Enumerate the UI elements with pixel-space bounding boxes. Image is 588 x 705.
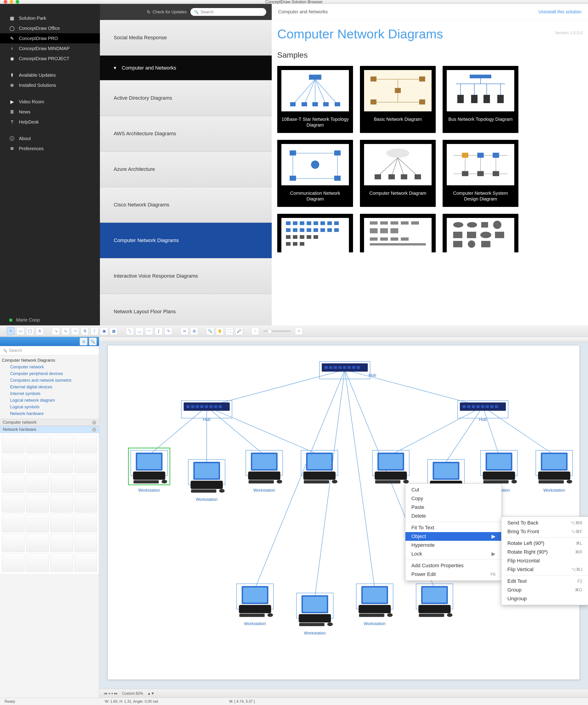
close-window-button[interactable] (4, 0, 7, 4)
page[interactable]: Hub Hub Hub Workstation Workstation (107, 345, 580, 680)
stencil[interactable] (2, 494, 25, 513)
stencil[interactable] (75, 554, 97, 572)
ctx-power-edit[interactable]: Power EditF6 (405, 570, 501, 579)
stencil[interactable] (50, 514, 73, 532)
tree-item[interactable]: Network hardware (0, 410, 99, 417)
zoom-window-button[interactable] (16, 0, 19, 4)
library-search-button[interactable]: 🔍 (89, 338, 97, 345)
sample-card[interactable]: Basic Network Diagram (360, 66, 436, 133)
tree-item[interactable]: Computer peripheral devices (0, 370, 99, 377)
ctx-object[interactable]: Object▶ (405, 532, 501, 541)
library-section-header[interactable]: Computer network× (0, 419, 99, 426)
line-tool-button[interactable]: ╲ (126, 327, 134, 335)
stencil[interactable] (26, 474, 49, 493)
list-item[interactable]: Interactive Voice Response Diagrams (100, 258, 272, 294)
close-icon[interactable]: × (92, 428, 96, 432)
connector5-tool-button[interactable]: ⤴ (90, 327, 98, 335)
sample-card[interactable] (443, 214, 518, 252)
rect-tool-button[interactable]: ▭ (16, 327, 25, 335)
ctx-add-custom-properties[interactable]: Add Custom Properties (405, 561, 501, 570)
nav-news[interactable]: ≣News (0, 107, 100, 117)
tree-item[interactable]: Logical symbols (0, 404, 99, 410)
stencil[interactable] (50, 455, 73, 473)
sample-card[interactable]: 10Base-T Star Network Topology Diagram (277, 66, 353, 133)
nav-helpdesk[interactable]: ?HelpDesk (0, 117, 100, 127)
ctx-lock[interactable]: Lock▶ (405, 550, 501, 558)
tree-item[interactable]: Internet symbols (0, 390, 99, 397)
sample-card[interactable]: Computer Network System Design Diagram (443, 140, 518, 207)
stencil[interactable] (75, 455, 97, 473)
ctx-paste[interactable]: Paste (405, 503, 501, 512)
stencil[interactable] (26, 514, 49, 532)
tree-item[interactable]: External digital devices (0, 384, 99, 390)
polyline-tool-button[interactable]: 〰 (145, 327, 153, 335)
stencil[interactable] (75, 474, 97, 493)
list-item[interactable]: AWS Architecture Diagrams (100, 116, 272, 151)
connector6-tool-button[interactable]: ▣ (100, 327, 108, 335)
sub-ungroup[interactable]: Ungroup (501, 594, 588, 603)
sub-send-to-back[interactable]: Send To Back⌥⌘B (501, 519, 588, 527)
zoom-out-button[interactable]: − (251, 327, 259, 335)
stencil[interactable] (50, 534, 73, 552)
list-item[interactable]: Social Media Response (100, 20, 272, 56)
ctx-fit-to-text[interactable]: Fit To Text (405, 523, 501, 532)
stencil[interactable] (50, 554, 73, 572)
sample-card[interactable]: Bus Network Topology Diagram (443, 66, 518, 133)
nav-conceptdraw-pro[interactable]: ✎ConceptDraw PRO (0, 33, 100, 43)
sub-rotate-right[interactable]: Rotate Right (90º)⌘R (501, 548, 588, 556)
stencil[interactable] (26, 435, 49, 453)
sub-flip-vertical[interactable]: Flip Vertical⌥⌘J (501, 565, 588, 574)
sub-bring-to-front[interactable]: Bring To Front⌥⌘F (501, 527, 588, 536)
ellipse-tool-button[interactable]: ◯ (26, 327, 34, 335)
stencil[interactable] (50, 474, 73, 493)
stencil[interactable] (2, 534, 25, 552)
sample-card[interactable]: Computer Network Diagram (360, 140, 436, 207)
connector2-tool-button[interactable]: ↳ (61, 327, 70, 335)
minimize-window-button[interactable] (10, 0, 13, 4)
sub-group[interactable]: Group⌘G (501, 585, 588, 594)
zoom-in-button[interactable]: ＋ (295, 327, 303, 335)
stencil[interactable] (75, 534, 97, 552)
zoom-region-button[interactable]: 🔎 (235, 327, 243, 335)
connector7-tool-button[interactable]: ▦ (110, 327, 118, 335)
tree-item[interactable]: Computer network (0, 364, 99, 370)
tree-item[interactable]: Computers and network isometric (0, 377, 99, 384)
nav-preferences[interactable]: ✲Preferences (0, 144, 100, 154)
zoom-stepper-icon[interactable]: ▲▼ (147, 692, 154, 696)
library-list-button[interactable]: ≣ (80, 338, 88, 345)
stencil[interactable] (50, 494, 73, 513)
stencil[interactable] (2, 455, 25, 473)
stencil[interactable] (2, 435, 25, 453)
pointer-tool-button[interactable]: ↖ (7, 327, 15, 335)
stencil[interactable] (2, 554, 25, 572)
library-search-input[interactable]: Search (0, 346, 99, 355)
sub-rotate-left[interactable]: Rotate Left (90º)⌘L (501, 539, 588, 548)
nav-about[interactable]: ⓘAbout (0, 133, 100, 144)
stencil[interactable] (50, 435, 73, 453)
zoom-slider[interactable] (263, 330, 291, 332)
freehand-tool-button[interactable]: ✎ (165, 327, 172, 335)
tree-item[interactable]: Logical network diagram (0, 397, 99, 404)
ctx-delete[interactable]: Delete (405, 512, 501, 520)
connector4-tool-button[interactable]: ⇅ (81, 327, 89, 335)
nav-available-updates[interactable]: ⬆Available Updates (0, 70, 100, 80)
nav-solution-park[interactable]: ▦Solution Park (0, 13, 100, 23)
page-nav[interactable]: ⏮ ◀ ▶ ⏭ (104, 692, 118, 696)
ctx-copy[interactable]: Copy (405, 494, 501, 503)
arc-tool-button[interactable]: ◡ (136, 327, 143, 335)
text-tool-button[interactable]: A (36, 327, 44, 335)
ctx-cut[interactable]: Cut (405, 485, 501, 494)
zoom-fit-button[interactable]: ⛶ (226, 327, 233, 335)
sub-flip-horizontal[interactable]: Flip Horizontal (501, 556, 588, 565)
list-item[interactable]: Azure Architecture (100, 151, 272, 187)
sample-card[interactable] (277, 214, 353, 252)
connector3-tool-button[interactable]: ⤳ (71, 327, 79, 335)
stencil[interactable] (26, 554, 49, 572)
distribute-tool-button[interactable]: ⊞ (190, 327, 198, 335)
sub-edit-text[interactable]: Edit TextF2 (501, 577, 588, 585)
check-updates-button[interactable]: Check for Updates (147, 9, 187, 15)
list-item[interactable]: Network Layout Floor Plans (100, 294, 272, 330)
canvas[interactable]: Hub Hub Hub Workstation Workstation (99, 342, 588, 689)
search-input[interactable]: Search (190, 8, 266, 16)
uninstall-link[interactable]: Uninstall this solution (538, 9, 582, 14)
